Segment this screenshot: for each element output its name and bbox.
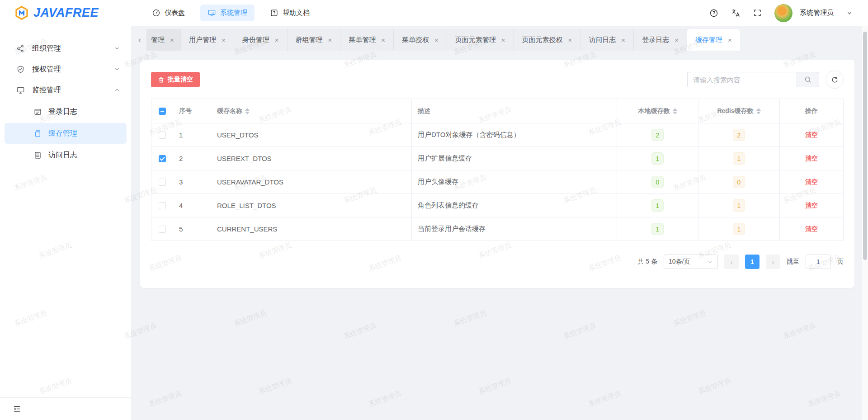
sidebar-item[interactable]: 监控管理 bbox=[0, 80, 131, 100]
sort-icon[interactable] bbox=[245, 108, 250, 114]
local-count-badge: 1 bbox=[651, 152, 664, 165]
table-body: 1 USER_DTOS 用户DTO对象缓存（含密码信息） 2 2 清空 2 US… bbox=[151, 123, 843, 241]
tab-close-icon[interactable]: × bbox=[568, 37, 572, 43]
refresh-button[interactable] bbox=[826, 71, 844, 89]
page-number-1[interactable]: 1 bbox=[745, 255, 760, 269]
cell-description: 用户扩展信息缓存 bbox=[412, 147, 617, 170]
translate-icon[interactable] bbox=[731, 8, 741, 18]
table-header-row: 序号 缓存名称 描述 本地缓存数 Redis缓存数 操作 bbox=[151, 99, 843, 123]
pagination-total: 共 5 条 bbox=[637, 258, 657, 266]
top-nav-item[interactable]: 系统管理 bbox=[200, 5, 255, 21]
column-header-local-count: 本地缓存数 bbox=[617, 99, 698, 123]
cell-description: 角色列表信息的缓存 bbox=[412, 194, 617, 217]
tab-item[interactable]: 页面元素管理 × bbox=[447, 29, 514, 51]
app-logo[interactable]: JAVAFREE bbox=[0, 5, 131, 21]
user-name[interactable]: 系统管理员 bbox=[800, 9, 834, 17]
vertical-scrollbar[interactable] bbox=[862, 26, 868, 420]
cell-no: 2 bbox=[173, 147, 211, 170]
cell-no: 4 bbox=[173, 194, 211, 217]
select-all-checkbox[interactable] bbox=[159, 108, 166, 115]
top-nav-item[interactable]: 帮助文档 bbox=[263, 5, 317, 21]
clear-action-link[interactable]: 清空 bbox=[805, 155, 818, 163]
clear-action-link[interactable]: 清空 bbox=[805, 131, 818, 139]
cell-no: 5 bbox=[173, 217, 211, 241]
tab-close-icon[interactable]: × bbox=[728, 37, 732, 43]
tab-item[interactable]: 菜单授权 × bbox=[394, 29, 447, 51]
tab-item[interactable]: 登录日志 × bbox=[634, 29, 687, 51]
prev-page-button[interactable]: ‹ bbox=[724, 255, 739, 269]
sidebar-item[interactable]: 授权管理 bbox=[0, 59, 131, 80]
clear-action-link[interactable]: 清空 bbox=[805, 178, 818, 186]
tab-item[interactable]: 缓存管理 × bbox=[687, 29, 740, 51]
row-checkbox[interactable] bbox=[159, 155, 166, 162]
header-right: 系统管理员 bbox=[709, 4, 868, 22]
search-input[interactable] bbox=[687, 72, 797, 87]
avatar[interactable] bbox=[774, 4, 793, 22]
next-page-button[interactable]: › bbox=[766, 255, 780, 269]
jump-page-input[interactable] bbox=[806, 255, 831, 269]
table-row: 5 CURRENT_USERS 当前登录用户会话缓存 1 1 清空 bbox=[151, 217, 843, 241]
row-checkbox[interactable] bbox=[159, 179, 166, 186]
cell-no: 1 bbox=[173, 123, 211, 147]
tab-bar: ‹ 管理 ×用户管理 ×身份管理 ×群组管理 ×菜单管理 ×菜单授权 ×页面元素… bbox=[131, 26, 862, 51]
cell-description: 用户头像缓存 bbox=[412, 170, 617, 194]
logo-text: JAVAFREE bbox=[33, 6, 99, 20]
tab-close-icon[interactable]: × bbox=[675, 37, 679, 43]
main-area: ‹ 管理 ×用户管理 ×身份管理 ×群组管理 ×菜单管理 ×菜单授权 ×页面元素… bbox=[131, 26, 862, 420]
top-nav-item[interactable]: 仪表盘 bbox=[145, 5, 192, 21]
sidebar-sub-item[interactable]: 缓存管理 bbox=[5, 123, 127, 144]
tabs-scroll-left-icon[interactable]: ‹ bbox=[133, 29, 146, 51]
collapse-sidebar-icon[interactable] bbox=[13, 405, 21, 413]
help-circle-icon[interactable] bbox=[709, 9, 718, 18]
chevron-down-icon[interactable] bbox=[846, 10, 853, 16]
tab-close-icon[interactable]: × bbox=[381, 37, 385, 43]
cell-description: 当前登录用户会话缓存 bbox=[412, 217, 617, 241]
cache-table: 序号 缓存名称 描述 本地缓存数 Redis缓存数 操作 1 USER_DTOS bbox=[151, 99, 844, 241]
local-count-badge: 0 bbox=[651, 176, 664, 188]
trash-icon bbox=[158, 76, 165, 83]
tab-close-icon[interactable]: × bbox=[328, 37, 332, 43]
scrollbar-thumb[interactable] bbox=[863, 32, 867, 260]
sidebar-sub-item[interactable]: 登录日志 bbox=[5, 101, 127, 122]
batch-clear-button[interactable]: 批量清空 bbox=[151, 72, 200, 87]
sort-icon[interactable] bbox=[756, 108, 761, 114]
tab-item[interactable]: 身份管理 × bbox=[234, 29, 288, 51]
access-log-icon bbox=[33, 151, 42, 160]
redis-count-badge: 1 bbox=[733, 199, 745, 212]
pagination: 共 5 条 10条/页 ‹ 1 › 跳至 页 bbox=[151, 255, 844, 269]
tab-close-icon[interactable]: × bbox=[170, 37, 174, 43]
system-manage-icon bbox=[208, 9, 216, 17]
tab-close-icon[interactable]: × bbox=[621, 37, 625, 43]
tab-close-icon[interactable]: × bbox=[434, 37, 439, 43]
tab-item[interactable]: 菜单管理 × bbox=[340, 29, 394, 51]
page-size-select[interactable]: 10条/页 bbox=[664, 255, 718, 269]
cell-no: 3 bbox=[173, 170, 211, 194]
clear-action-link[interactable]: 清空 bbox=[805, 225, 818, 233]
sidebar-item[interactable]: 组织管理 bbox=[0, 38, 131, 59]
auth-shield-icon bbox=[16, 65, 25, 74]
org-icon bbox=[16, 44, 25, 53]
clear-action-link[interactable]: 清空 bbox=[805, 202, 818, 210]
cell-cache-name: ROLE_LIST_DTOS bbox=[211, 194, 412, 217]
sort-icon[interactable] bbox=[673, 108, 677, 114]
fullscreen-icon[interactable] bbox=[753, 9, 762, 17]
tab-item[interactable]: 群组管理 × bbox=[288, 29, 341, 51]
tab-item[interactable]: 用户管理 × bbox=[181, 29, 234, 51]
search-button[interactable] bbox=[797, 72, 819, 87]
app-header: JAVAFREE 仪表盘系统管理帮助文档 系统管理员 bbox=[0, 0, 868, 26]
sidebar-sub-item[interactable]: 访问日志 bbox=[5, 145, 127, 165]
row-checkbox[interactable] bbox=[159, 132, 166, 139]
tab-item[interactable]: 访问日志 × bbox=[580, 29, 634, 51]
tab-item[interactable]: 管理 × bbox=[146, 29, 181, 51]
cell-cache-name: USER_DTOS bbox=[211, 123, 412, 147]
cell-cache-name: CURRENT_USERS bbox=[211, 217, 412, 241]
tab-close-icon[interactable]: × bbox=[275, 37, 279, 43]
row-checkbox[interactable] bbox=[159, 202, 166, 209]
tab-close-icon[interactable]: × bbox=[222, 37, 226, 43]
cache-icon bbox=[33, 129, 42, 138]
row-checkbox[interactable] bbox=[159, 226, 166, 233]
tab-item[interactable]: 页面元素授权 × bbox=[514, 29, 581, 51]
column-header-actions: 操作 bbox=[780, 99, 843, 123]
tab-close-icon[interactable]: × bbox=[501, 37, 505, 43]
local-count-badge: 1 bbox=[651, 199, 664, 212]
